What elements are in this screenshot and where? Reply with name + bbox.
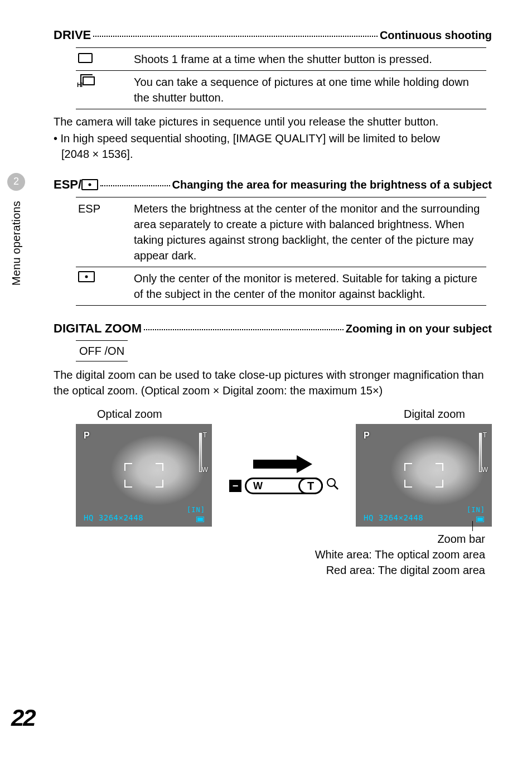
drive-option-text: Shoots 1 frame at a time when the shutte… (132, 47, 486, 70)
esp-option-text: Only the center of the monitor is metere… (132, 267, 486, 305)
zoom-scale-icon: T W (195, 433, 205, 472)
zoom-t-end: T (298, 478, 323, 494)
battery-icon (476, 517, 484, 522)
heading-drive-right: Continuous shooting (380, 27, 492, 43)
battery-icon (196, 517, 204, 522)
arrow-right-icon (253, 456, 315, 472)
esp-options-table: ESP Meters the brightness at the center … (76, 197, 486, 306)
svg-point-0 (327, 479, 335, 486)
heading-digitalzoom-right: Zooming in on your subject (346, 321, 492, 336)
mode-indicator: P (364, 430, 370, 442)
mode-indicator: P (84, 430, 90, 442)
zoom-scale-icon: T W (475, 433, 485, 472)
sequential-icon: HI (78, 74, 97, 86)
spot-icon (78, 271, 95, 282)
drive-note-2-line1: • In high speed sequential shooting, [IM… (54, 132, 440, 144)
leader (144, 329, 344, 330)
zoom-capsule: W T (245, 478, 323, 494)
af-target-icon (404, 463, 443, 488)
digital-zoom-preview: P T W [IN] HQ 3264×2448 (356, 424, 492, 527)
single-frame-icon (78, 53, 93, 63)
heading-digitalzoom-left: DIGITAL ZOOM (54, 320, 142, 337)
side-section-label: Menu operations (8, 201, 24, 286)
label-optical-zoom: Optical zoom (97, 406, 162, 422)
svg-line-1 (334, 485, 338, 489)
optical-zoom-preview: P T W [IN] HQ 3264×2448 (76, 424, 212, 527)
table-row: ESP Meters the brightness at the center … (76, 197, 486, 267)
esp-option-text: Meters the brightness at the center of t… (132, 197, 486, 267)
drive-option-text: You can take a sequence of pictures at o… (132, 70, 486, 109)
heading-esp: ESP/ Changing the area for measuring the… (54, 176, 492, 194)
heading-esp-left: ESP/ (54, 177, 81, 191)
heading-drive: DRIVE Continuous shooting (54, 27, 492, 44)
leader (93, 36, 378, 37)
zoom-w-end: W (253, 479, 263, 493)
page-number: 22 (11, 702, 35, 735)
zoom-bar-title: Zoom bar (76, 531, 485, 547)
magnifier-icon (326, 478, 338, 495)
zoom-w-label: W (202, 465, 208, 475)
heading-digitalzoom: DIGITAL ZOOM Zooming in on your subject (54, 320, 492, 337)
zoom-t-label: T (203, 431, 207, 440)
side-tab: 2 Menu operations (0, 173, 32, 286)
memory-indicator: [IN] (187, 505, 205, 515)
memory-indicator: [IN] (467, 505, 485, 515)
quality-indicator: HQ 3264×2448 (364, 513, 423, 524)
zoom-out-icon (229, 480, 241, 492)
table-row: HI You can take a sequence of pictures a… (76, 70, 486, 109)
table-row: Shoots 1 frame at a time when the shutte… (76, 47, 486, 70)
spot-icon (81, 179, 98, 190)
drive-note-2: • In high speed sequential shooting, [IM… (54, 131, 492, 146)
zoom-w-label: W (482, 465, 488, 475)
zoom-slider-graphic: W T (229, 478, 338, 495)
chapter-badge: 2 (7, 173, 25, 191)
drive-note-1: The camera will take pictures in sequenc… (54, 114, 492, 129)
callout-line (472, 521, 473, 531)
heading-drive-left: DRIVE (54, 27, 91, 44)
zoom-t-label: T (483, 431, 487, 440)
zoom-figure: Optical zoom Digital zoom P T W [IN] HQ … (76, 406, 492, 578)
table-row: Only the center of the monitor is metere… (76, 267, 486, 305)
esp-label: ESP (78, 202, 100, 215)
drive-note-2-line2: [2048 × 1536]. (54, 146, 492, 162)
zoom-caption: Zoom bar White area: The optical zoom ar… (76, 531, 492, 578)
leader (100, 185, 170, 186)
zoom-bar-white: White area: The optical zoom area (76, 547, 485, 562)
quality-indicator: HQ 3264×2448 (84, 513, 143, 524)
heading-esp-right: Changing the area for measuring the brig… (172, 177, 492, 192)
drive-options-table: Shoots 1 frame at a time when the shutte… (76, 47, 486, 109)
label-digital-zoom: Digital zoom (404, 406, 465, 422)
digitalzoom-description: The digital zoom can be used to take clo… (54, 367, 492, 398)
zoom-bar-red: Red area: The digital zoom area (76, 562, 485, 578)
off-on-setting: OFF /ON (76, 340, 128, 361)
af-target-icon (124, 463, 163, 488)
